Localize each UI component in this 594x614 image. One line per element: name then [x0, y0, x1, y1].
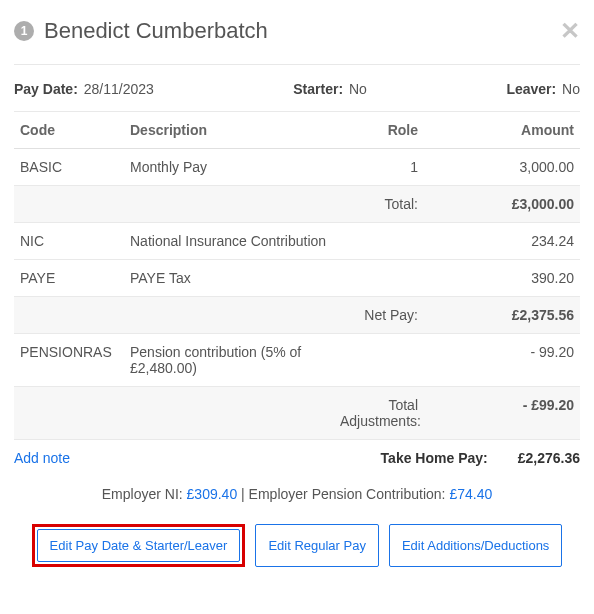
- cell-description: PAYE Tax: [124, 260, 334, 297]
- take-home-value: £2,276.36: [518, 450, 580, 466]
- table-row: NIC National Insurance Contribution 234.…: [14, 223, 580, 260]
- pay-date-label: Pay Date:: [14, 81, 78, 97]
- cell-description: Pension contribution (5% of £2,480.00): [124, 334, 334, 387]
- cell-code: PAYE: [14, 260, 124, 297]
- th-role: Role: [334, 112, 424, 149]
- th-code: Code: [14, 112, 124, 149]
- edit-additions-button[interactable]: Edit Additions/Deductions: [389, 524, 562, 567]
- highlight-box: Edit Pay Date & Starter/Leaver: [32, 524, 246, 567]
- cell-code: NIC: [14, 223, 124, 260]
- employer-separator: |: [237, 486, 248, 502]
- edit-pay-date-button[interactable]: Edit Pay Date & Starter/Leaver: [37, 529, 241, 562]
- page-title: Benedict Cumberbatch: [44, 18, 560, 44]
- th-amount: Amount: [424, 112, 580, 149]
- th-description: Description: [124, 112, 334, 149]
- cell-role: 1: [334, 149, 424, 186]
- totals-row: Net Pay: £2,375.56: [14, 297, 580, 334]
- cell-description: Monthly Pay: [124, 149, 334, 186]
- cell-role: [334, 334, 424, 387]
- cell-amount: 3,000.00: [424, 149, 580, 186]
- table-row: PAYE PAYE Tax 390.20: [14, 260, 580, 297]
- totals-row: Total: £3,000.00: [14, 186, 580, 223]
- add-note-link[interactable]: Add note: [14, 450, 70, 466]
- close-icon[interactable]: ✕: [560, 19, 580, 43]
- buttons-row: Edit Pay Date & Starter/Leaver Edit Regu…: [14, 524, 580, 567]
- cell-code: PENSIONRAS: [14, 334, 124, 387]
- netpay-value: £2,375.56: [424, 297, 580, 334]
- edit-regular-pay-button[interactable]: Edit Regular Pay: [255, 524, 379, 567]
- take-home-label: Take Home Pay:: [381, 450, 488, 466]
- starter-value: No: [349, 81, 367, 97]
- table-row: BASIC Monthly Pay 1 3,000.00: [14, 149, 580, 186]
- adjustments-label: Total Adjustments:: [334, 387, 424, 440]
- footer-row: Add note Take Home Pay: £2,276.36: [14, 450, 580, 466]
- cell-amount: 390.20: [424, 260, 580, 297]
- employer-ni-label: Employer NI:: [102, 486, 187, 502]
- cell-description: National Insurance Contribution: [124, 223, 334, 260]
- cell-amount: - 99.20: [424, 334, 580, 387]
- totals-value: £3,000.00: [424, 186, 580, 223]
- employer-pension-value[interactable]: £74.40: [449, 486, 492, 502]
- step-badge: 1: [14, 21, 34, 41]
- meta-row: Pay Date: 28/11/2023 Starter: No Leaver:…: [14, 81, 580, 97]
- pay-table: Code Description Role Amount BASIC Month…: [14, 111, 580, 440]
- totals-row: Total Adjustments: - £99.20: [14, 387, 580, 440]
- leaver-label: Leaver:: [506, 81, 556, 97]
- table-row: PENSIONRAS Pension contribution (5% of £…: [14, 334, 580, 387]
- cell-role: [334, 223, 424, 260]
- header: 1 Benedict Cumberbatch ✕: [14, 12, 580, 65]
- starter-label: Starter:: [293, 81, 343, 97]
- pay-date-value: 28/11/2023: [84, 81, 154, 97]
- netpay-label: Net Pay:: [334, 297, 424, 334]
- employer-info: Employer NI: £309.40 | Employer Pension …: [14, 486, 580, 502]
- totals-label: Total:: [334, 186, 424, 223]
- employer-pension-label: Employer Pension Contribution:: [249, 486, 450, 502]
- table-header-row: Code Description Role Amount: [14, 112, 580, 149]
- employer-ni-value[interactable]: £309.40: [187, 486, 238, 502]
- cell-amount: 234.24: [424, 223, 580, 260]
- cell-role: [334, 260, 424, 297]
- adjustments-value: - £99.20: [424, 387, 580, 440]
- leaver-value: No: [562, 81, 580, 97]
- cell-code: BASIC: [14, 149, 124, 186]
